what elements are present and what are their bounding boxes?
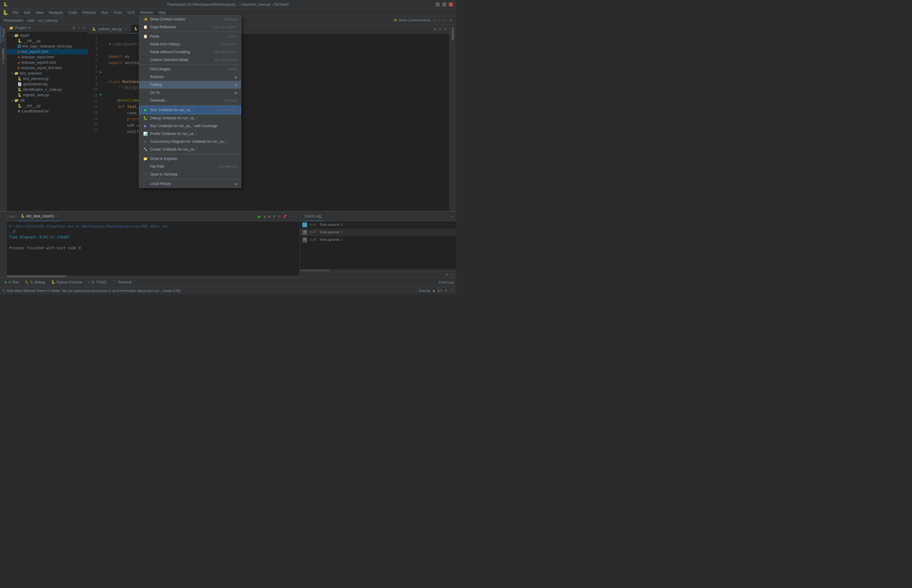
sep-4: [139, 154, 241, 154]
terminal-icon: ⬛: [143, 172, 148, 176]
debug-icon: 🐛: [143, 116, 148, 120]
ctx-show-context-actions[interactable]: ✨ Show Context Actions Alt+Enter: [139, 15, 241, 23]
ctx-run-coverage[interactable]: ▶ Run 'Unittests for run_ca...' with Cov…: [139, 122, 241, 130]
ctx-run[interactable]: ▶ Run 'Unittests for run_ca...' Ctrl+Shi…: [139, 106, 241, 114]
ctx-column-mode[interactable]: Column Selection Mode Alt+Shift+Insert: [139, 56, 241, 64]
ctx-label-copy-ref: Copy Reference: [150, 25, 176, 29]
ctx-label-local-history: Local History: [150, 182, 171, 186]
ctx-label-column-mode: Column Selection Mode: [150, 58, 188, 62]
ctx-label-show-context: Show Context Actions: [150, 17, 185, 21]
ctx-label-goto: Go To: [150, 90, 160, 95]
ctx-label-folding: Folding: [150, 83, 162, 87]
run-icon: ▶: [143, 108, 148, 112]
folding-arrow-icon: ▶: [235, 83, 237, 87]
sep-5: [139, 179, 241, 179]
ctx-label-paste: Paste: [150, 34, 159, 39]
ctx-profile[interactable]: 📊 Profile 'Unittests for run_ca...': [139, 130, 241, 138]
ctx-label-create: Create 'Unittests for run_ca...': [150, 147, 198, 152]
ctx-shortcut-paste-history: Ctrl+Shift+V: [220, 42, 237, 46]
ctx-shortcut-generate: Alt+Insert: [223, 99, 237, 102]
ctx-find-usages[interactable]: Find Usages Ctrl+G: [139, 65, 241, 73]
ctx-shortcut-copy-ref: Ctrl+Alt+Shift+C: [214, 25, 237, 29]
ctx-label-paste-history: Paste from History...: [150, 42, 183, 46]
ctx-paste-no-format[interactable]: Paste without Formatting Ctrl+Alt+Shift+…: [139, 48, 241, 56]
ctx-shortcut-show-context: Alt+Enter: [224, 18, 237, 21]
ctx-open-terminal[interactable]: ⬛ Open in Terminal: [139, 170, 241, 178]
ctx-generate[interactable]: Generate... Alt+Insert: [139, 97, 241, 104]
ctx-debug[interactable]: 🐛 Debug 'Unittests for run_ca...': [139, 114, 241, 122]
ctx-shortcut-file-path: Ctrl+Alt+F12: [219, 165, 237, 168]
ctx-show-explorer[interactable]: 📁 Show in Explorer: [139, 155, 241, 163]
context-menu: ✨ Show Context Actions Alt+Enter 📋 Copy …: [139, 15, 241, 188]
ctx-shortcut-paste-no-format: Ctrl+Alt+Shift+V: [214, 50, 237, 54]
ctx-label-file-path: File Path: [150, 165, 164, 169]
concurrency-icon: ⊙: [143, 139, 148, 144]
ctx-label-find-usages: Find Usages: [150, 67, 170, 71]
ctx-label-paste-no-format: Paste without Formatting: [150, 50, 190, 54]
coverage-icon: ▶: [143, 124, 148, 128]
history-arrow-icon: ▶: [235, 182, 237, 186]
create-icon: 🔧: [143, 147, 148, 152]
ctx-folding[interactable]: Folding ▶: [139, 81, 241, 89]
ctx-local-history[interactable]: Local History ▶: [139, 180, 241, 187]
ctx-label-debug: Debug 'Unittests for run_ca...': [150, 116, 197, 120]
lightbulb-icon: ✨: [143, 17, 148, 21]
ctx-label-run: Run 'Unittests for run_ca...': [151, 108, 194, 112]
goto-arrow-icon: ▶: [235, 91, 237, 94]
ctx-goto[interactable]: Go To ▶: [139, 89, 241, 97]
refactor-arrow-icon: ▶: [235, 76, 237, 79]
ctx-file-path[interactable]: File Path Ctrl+Alt+F12: [139, 163, 241, 170]
profile-icon: 📊: [143, 132, 148, 136]
ctx-refactor[interactable]: Refactor ▶: [139, 73, 241, 81]
ctx-paste[interactable]: 📋 Paste Ctrl+V: [139, 32, 241, 40]
ctx-label-run-coverage: Run 'Unittests for run_ca...' with Cover…: [150, 124, 217, 128]
ctx-paste-history[interactable]: Paste from History... Ctrl+Shift+V: [139, 40, 241, 48]
ctx-label-profile: Profile 'Unittests for run_ca...': [150, 132, 197, 136]
paste-icon: 📋: [143, 34, 148, 39]
ctx-concur[interactable]: ⊙ Concurrency Diagram for 'Unittests for…: [139, 138, 241, 145]
explorer-icon: 📁: [143, 157, 148, 161]
copy-icon: 📋: [143, 25, 148, 29]
sep-2: [139, 64, 241, 65]
ctx-shortcut-paste: Ctrl+V: [228, 35, 237, 38]
ctx-shortcut-run: Ctrl+Shift+F10: [215, 108, 237, 112]
ctx-shortcut-find-usages: Ctrl+G: [228, 67, 237, 71]
ctx-copy-reference[interactable]: 📋 Copy Reference Ctrl+Alt+Shift+C: [139, 23, 241, 31]
ctx-label-generate: Generate...: [150, 98, 168, 102]
ctx-shortcut-column-mode: Alt+Shift+Insert: [215, 58, 237, 61]
ctx-create[interactable]: 🔧 Create 'Unittests for run_ca...': [139, 145, 241, 153]
ctx-label-refactor: Refactor: [150, 75, 164, 79]
ctx-label-open-terminal: Open in Terminal: [150, 172, 177, 176]
ctx-label-show-explorer: Show in Explorer: [150, 157, 177, 161]
ctx-label-concur: Concurrency Diagram for 'Unittests for r…: [150, 139, 227, 144]
sep-3: [139, 105, 241, 105]
